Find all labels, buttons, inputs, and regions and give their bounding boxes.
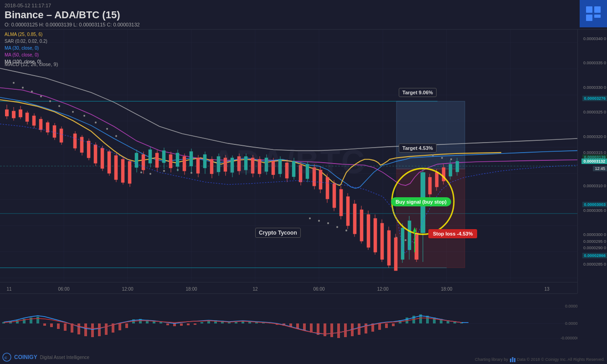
svg-text:0.00000000: 0.00000000 (565, 321, 577, 326)
target1-label: Target 9.06% (399, 88, 437, 97)
price-2950-b: 0.0000295 0 (583, 239, 606, 244)
macd-label: MACD (12, 26, close, 9) (5, 62, 58, 67)
price-3000: 0.0000300 0 (583, 232, 606, 237)
svg-point-48 (336, 226, 338, 228)
ma30-indicator: MA (30, close, 0) (5, 45, 47, 51)
y-axis: 0.0000340 0 0.0000335 0 0.0000330 0 0.00… (577, 30, 607, 293)
svg-text:0.00000050: 0.00000050 (565, 304, 577, 308)
svg-point-37 (95, 122, 97, 123)
ohlc-line: O: 0.00003125 H: 0.00003139 L: 0.0000311… (5, 22, 602, 27)
time-label-11: 11 (6, 287, 11, 292)
svg-rect-225 (207, 321, 210, 323)
svg-rect-200 (36, 317, 39, 323)
svg-rect-212 (118, 323, 121, 330)
timestamp: 2018-05-12 11:17:17 (5, 3, 602, 8)
svg-point-39 (115, 135, 117, 137)
svg-rect-247 (358, 323, 360, 335)
time-label-0600a: 06:00 (58, 287, 69, 292)
svg-rect-251 (385, 323, 388, 328)
svg-point-38 (106, 128, 108, 130)
svg-rect-1 (594, 6, 601, 13)
svg-rect-213 (125, 323, 128, 328)
time-label-0600b: 06:00 (313, 287, 324, 292)
svg-point-45 (309, 217, 311, 219)
svg-rect-207 (84, 323, 87, 336)
price-3200: 0.0000320 0 (583, 134, 606, 139)
indicators-legend: ALMA (25, 0.85, 6) SAR (0.02, 0.02, 0.2)… (5, 31, 47, 65)
svg-point-54 (432, 154, 434, 156)
svg-rect-0 (586, 6, 592, 13)
svg-rect-208 (91, 323, 94, 337)
price-3350: 0.0000335 0 (583, 61, 606, 65)
time-label-1800b: 18:00 (441, 287, 452, 292)
time-label-1200b: 12:00 (377, 287, 388, 292)
svg-rect-245 (344, 323, 347, 337)
coinigy-subtitle: Digital Asset Intelligence (40, 355, 89, 360)
price-2866: 0.00002866 (582, 253, 607, 258)
time-1245: 12:45 (593, 166, 607, 171)
target2-label: Target 4.53% (399, 144, 437, 153)
time-label-13: 13 (544, 287, 549, 292)
price-2900: 0.0000290 0 (583, 246, 606, 250)
svg-rect-219 (166, 323, 169, 325)
svg-point-34 (58, 105, 60, 107)
svg-rect-204 (64, 323, 67, 331)
svg-rect-203 (57, 323, 60, 329)
pair-title: Binance – ADA/BTC (15) (5, 9, 602, 21)
x-axis: 11 06:00 12:00 18:00 12 06:00 12:00 18:0… (0, 282, 577, 293)
svg-point-33 (49, 100, 51, 102)
macd-panel: 0.00000000 0.00000050 -0.00000050 (0, 293, 577, 353)
svg-rect-223 (194, 323, 196, 325)
svg-rect-230 (242, 322, 244, 323)
header: 2018-05-12 11:17:17 Binance – ADA/BTC (1… (0, 0, 607, 30)
price-3276: 0.00003276 (582, 96, 607, 101)
price-3250: 0.0000325 0 (583, 110, 606, 114)
svg-rect-3 (594, 15, 601, 18)
svg-point-55 (441, 157, 443, 159)
svg-point-46 (318, 220, 320, 222)
main-chart: ADA/BTC (0, 30, 577, 293)
svg-rect-210 (105, 323, 108, 335)
ma50-indicator: MA (50, close, 0) (5, 51, 47, 58)
svg-rect-270 (514, 358, 515, 362)
price-3100: 0.0000310 0 (583, 184, 606, 188)
tradingview-icon (509, 356, 516, 363)
svg-point-49 (345, 230, 347, 231)
svg-rect-221 (180, 323, 183, 326)
chart-svg (0, 30, 577, 293)
price-2850: 0.0000285 0 (583, 262, 606, 267)
svg-text:-0.00000050: -0.00000050 (561, 336, 577, 340)
price-3400: 0.0000340 0 (583, 36, 606, 41)
svg-rect-240 (310, 323, 313, 333)
svg-point-36 (83, 115, 85, 117)
coinigy-footer: C COINIGY Digital Asset Intelligence (2, 353, 89, 362)
svg-point-56 (450, 159, 452, 160)
time-label-1800a: 18:00 (185, 287, 197, 292)
svg-rect-250 (378, 323, 381, 330)
svg-point-29 (13, 82, 15, 84)
svg-rect-269 (512, 357, 513, 362)
svg-text:C: C (5, 356, 7, 360)
svg-rect-209 (98, 323, 101, 336)
svg-point-41 (149, 173, 151, 174)
svg-rect-2 (586, 15, 592, 21)
svg-point-31 (31, 91, 33, 92)
svg-rect-62 (19, 109, 22, 117)
buy-signal-label: Buy signal (buy stop) (391, 197, 451, 206)
svg-rect-60 (5, 109, 9, 116)
svg-point-32 (40, 95, 42, 97)
alma-indicator: ALMA (25, 0.85, 6) (5, 31, 47, 38)
time-label-1200a: 12:00 (122, 287, 133, 292)
footer-charting: Charting library by (475, 357, 508, 362)
svg-rect-244 (337, 323, 340, 338)
svg-rect-199 (30, 318, 32, 323)
svg-rect-206 (77, 323, 80, 334)
coinigy-name: COINIGY (14, 354, 37, 360)
svg-point-42 (163, 170, 165, 172)
svg-rect-229 (235, 322, 237, 323)
svg-point-47 (327, 222, 329, 224)
svg-rect-224 (201, 322, 203, 323)
svg-point-30 (22, 87, 24, 88)
svg-rect-268 (510, 359, 511, 362)
coinigy-icon: C (2, 353, 11, 362)
